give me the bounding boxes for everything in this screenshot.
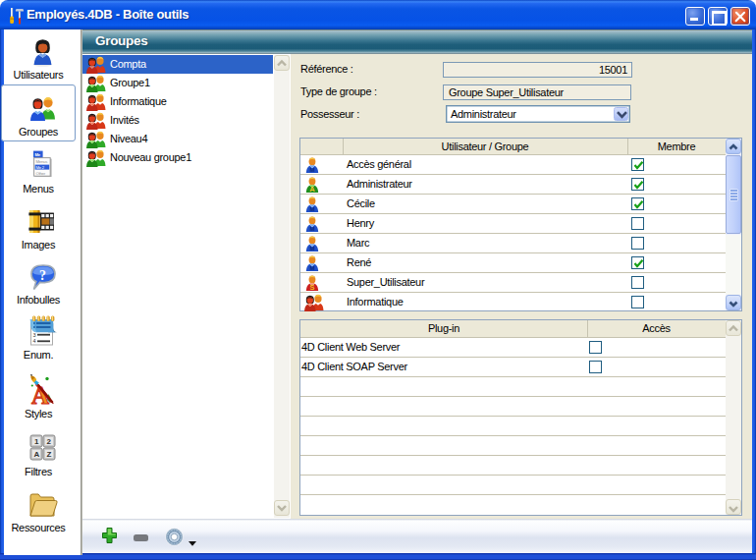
svg-text:3: 3 [33, 332, 36, 338]
svg-text:?: ? [39, 268, 46, 283]
svg-text:Z: Z [47, 450, 52, 459]
svg-text:M: M [310, 206, 315, 212]
svg-text:M: M [310, 246, 315, 252]
svg-text:M: M [310, 265, 315, 271]
svg-text:4: 4 [33, 338, 36, 344]
svg-text:Me 2: Me 2 [36, 165, 45, 170]
svg-text:Other: Other [36, 171, 46, 176]
svg-text:A: A [34, 450, 40, 459]
svg-text:M: M [310, 167, 315, 173]
svg-text:Me: Me [34, 152, 40, 157]
svg-text:S: S [310, 283, 315, 291]
svg-text:A: A [309, 185, 315, 193]
svg-text:Menus: Menus [36, 159, 48, 164]
svg-text:M: M [310, 226, 315, 232]
